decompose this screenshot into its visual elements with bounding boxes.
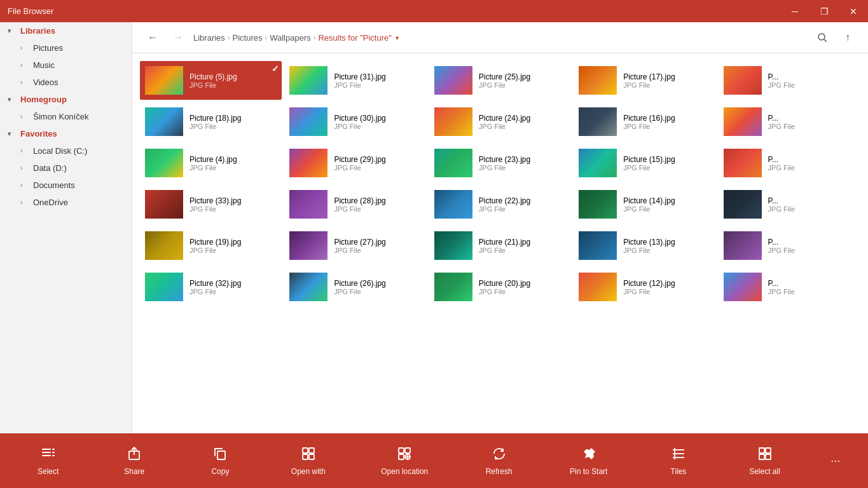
file-item[interactable]: P...JPG File — [719, 268, 860, 306]
back-button[interactable]: ← — [142, 27, 163, 48]
file-item[interactable]: Picture (22).jpgJPG File — [429, 185, 571, 224]
sidebar-section-homegroup[interactable]: ▾ Homegroup — [0, 91, 132, 108]
toolbar-pin-to-start[interactable]: Pin to Start — [560, 441, 617, 481]
file-item[interactable]: Picture (28).jpgJPG File — [284, 185, 426, 224]
sidebar-section-favorites[interactable]: ▾ Favorites — [0, 125, 132, 142]
svg-rect-16 — [399, 454, 404, 459]
search-button[interactable] — [812, 27, 832, 48]
file-item[interactable]: Picture (4).jpgJPG File — [140, 144, 282, 182]
breadcrumb-wallpapers[interactable]: Wallpapers — [270, 33, 311, 43]
file-type: JPG File — [623, 247, 710, 254]
sidebar-item-videos[interactable]: › Videos — [0, 74, 132, 91]
file-item[interactable]: Picture (27).jpgJPG File — [284, 226, 426, 265]
app-title: File Browser — [8, 6, 53, 16]
file-item[interactable]: P...JPG File — [719, 61, 860, 100]
file-item[interactable]: Picture (29).jpgJPG File — [284, 144, 426, 182]
file-item[interactable]: Picture (21).jpgJPG File — [429, 226, 571, 265]
toolbar-refresh[interactable]: Refresh — [474, 441, 525, 481]
file-item[interactable]: Picture (5).jpgJPG File✓ — [140, 61, 282, 100]
file-item[interactable]: Picture (30).jpgJPG File — [284, 102, 426, 141]
toolbar-open-location[interactable]: Open location — [371, 441, 438, 481]
file-item[interactable]: P...JPG File — [719, 102, 860, 141]
file-item[interactable]: Picture (16).jpgJPG File — [574, 102, 715, 141]
sidebar-item-documents[interactable]: › Documents — [0, 177, 132, 194]
file-item[interactable]: Picture (13).jpgJPG File — [574, 226, 715, 265]
file-thumbnail — [724, 273, 762, 301]
file-info: Picture (22).jpgJPG File — [479, 196, 566, 213]
file-item[interactable]: Picture (31).jpgJPG File — [284, 61, 426, 100]
file-name: Picture (12).jpg — [623, 279, 710, 288]
sidebar-item-local-disk[interactable]: › Local Disk (C:) — [0, 142, 132, 159]
sidebar-section-favorites-label: Favorites — [20, 129, 57, 139]
breadcrumb-libraries[interactable]: Libraries — [193, 33, 225, 43]
file-item[interactable]: Picture (12).jpgJPG File — [574, 268, 715, 306]
sidebar-section-libraries[interactable]: ▾ Libraries — [0, 22, 132, 39]
file-item[interactable]: Picture (23).jpgJPG File — [429, 144, 571, 182]
file-thumbnail — [724, 149, 762, 177]
file-info: Picture (31).jpgJPG File — [334, 72, 421, 89]
toolbar-copy[interactable]: Copy — [195, 441, 245, 481]
file-item[interactable]: Picture (26).jpgJPG File — [284, 268, 426, 306]
file-name: Picture (30).jpg — [334, 114, 421, 123]
title-bar: File Browser ─ ❐ ✕ — [0, 0, 868, 22]
chevron-right-icon: › — [20, 62, 31, 69]
file-name: Picture (4).jpg — [189, 155, 277, 164]
file-item[interactable]: Picture (20).jpgJPG File — [429, 268, 571, 306]
file-item[interactable]: Picture (14).jpgJPG File — [574, 185, 715, 224]
up-button[interactable]: ↑ — [837, 27, 858, 48]
toolbar-select[interactable]: Select — [23, 441, 74, 481]
file-item[interactable]: Picture (19).jpgJPG File — [140, 226, 282, 265]
file-item[interactable]: Picture (15).jpgJPG File — [574, 144, 715, 182]
maximize-button[interactable]: ❐ — [809, 0, 839, 22]
file-thumbnail — [579, 190, 617, 219]
sidebar-item-data-d[interactable]: › Data (D:) — [0, 159, 132, 177]
file-name: Picture (23).jpg — [479, 155, 566, 164]
sidebar-item-simon-label: Šimon Koníček — [33, 112, 88, 121]
more-button[interactable]: ··· — [825, 449, 845, 473]
sidebar-item-pictures[interactable]: › Pictures — [0, 39, 132, 57]
sidebar-item-videos-label: Videos — [33, 78, 59, 87]
file-type: JPG File — [334, 164, 421, 172]
chevron-right-icon: › — [20, 113, 31, 120]
breadcrumb-pictures[interactable]: Pictures — [233, 33, 263, 43]
toolbar-share[interactable]: Share — [109, 441, 160, 481]
file-item[interactable]: P...JPG File — [719, 226, 860, 265]
forward-button[interactable]: → — [168, 27, 188, 48]
file-name: Picture (5).jpg — [189, 72, 277, 81]
toolbar-tiles[interactable]: Tiles — [653, 441, 704, 481]
chevron-right-icon: › — [20, 165, 31, 172]
file-info: P...JPG File — [768, 279, 855, 295]
file-type: JPG File — [334, 123, 421, 130]
file-thumbnail — [145, 66, 183, 95]
toolbar-select-label: Select — [38, 467, 59, 476]
toolbar-open-with[interactable]: Open with — [281, 441, 336, 481]
file-type: JPG File — [189, 164, 277, 172]
toolbar-select-all[interactable]: Select all — [739, 441, 790, 481]
sidebar-item-simon[interactable]: › Šimon Koníček — [0, 108, 132, 125]
minimize-button[interactable]: ─ — [780, 0, 809, 22]
svg-rect-2 — [42, 449, 51, 450]
file-thumbnail — [579, 149, 617, 177]
file-item[interactable]: Picture (18).jpgJPG File — [140, 102, 282, 141]
close-button[interactable]: ✕ — [839, 0, 868, 22]
file-item[interactable]: Picture (32).jpgJPG File — [140, 268, 282, 306]
file-name: Picture (32).jpg — [189, 279, 277, 288]
pin-to-start-icon — [581, 446, 596, 464]
svg-rect-15 — [405, 448, 410, 453]
sidebar-item-music[interactable]: › Music — [0, 57, 132, 74]
file-item[interactable]: P...JPG File — [719, 144, 860, 182]
sidebar-item-onedrive[interactable]: › OneDrive — [0, 194, 132, 211]
file-item[interactable]: Picture (25).jpgJPG File — [429, 61, 571, 100]
file-item[interactable]: Picture (17).jpgJPG File — [574, 61, 715, 100]
file-name: P... — [768, 155, 855, 164]
file-item[interactable]: Picture (33).jpgJPG File — [140, 185, 282, 224]
svg-rect-9 — [217, 451, 225, 459]
file-info: P...JPG File — [768, 114, 855, 130]
file-item[interactable]: P...JPG File — [719, 185, 860, 224]
file-item[interactable]: Picture (24).jpgJPG File — [429, 102, 571, 141]
file-thumbnail — [579, 273, 617, 301]
toolbar-open-location-label: Open location — [381, 467, 428, 476]
file-name: Picture (15).jpg — [623, 155, 710, 164]
chevron-down-icon[interactable]: ▾ — [396, 34, 399, 41]
svg-rect-7 — [52, 455, 55, 456]
